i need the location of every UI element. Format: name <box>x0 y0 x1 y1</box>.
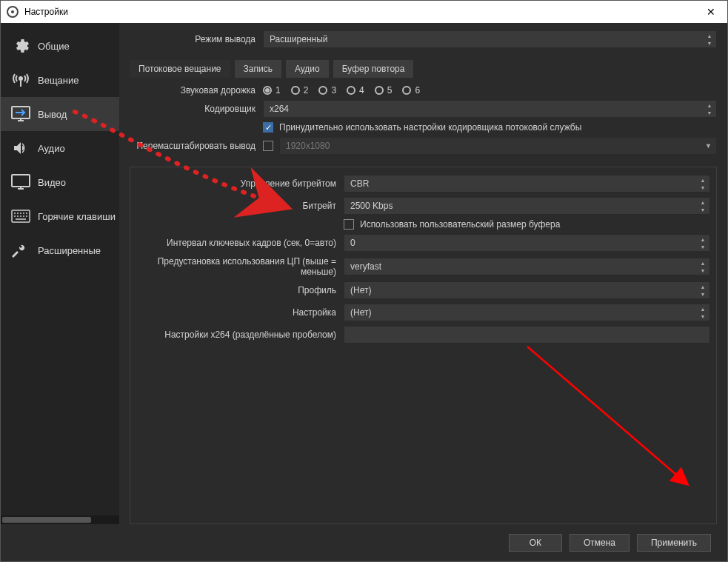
output-tabs: Потоковое вещание Запись Аудио Буфер пов… <box>130 60 717 78</box>
output-mode-label: Режим вывода <box>130 34 263 44</box>
preset-label: Предустановка использования ЦП (выше = м… <box>136 256 344 277</box>
rate-control-row: Управление битрейтом CBR ▲▼ <box>136 175 710 193</box>
audio-track-label: Звуковая дорожка <box>130 85 263 96</box>
rate-control-select[interactable]: CBR ▲▼ <box>344 175 710 193</box>
sidebar-item-label: Горячие клавиши <box>38 211 116 222</box>
x264opts-input[interactable] <box>344 326 710 344</box>
ok-button[interactable]: ОК <box>509 534 562 552</box>
rescale-label: Перемасштабировать вывод <box>130 141 263 151</box>
tune-row: Настройка (Нет) ▲▼ <box>136 304 710 321</box>
apply-button[interactable]: Применить <box>637 534 711 552</box>
cancel-button[interactable]: Отмена <box>570 534 630 552</box>
sidebar-item-label: Вывод <box>38 109 67 120</box>
profile-value: (Нет) <box>350 285 371 295</box>
tune-select[interactable]: (Нет) ▲▼ <box>344 304 710 321</box>
track-4-radio[interactable]: 4 <box>347 85 364 96</box>
enforce-row: Принудительно использовать настройки код… <box>130 122 717 133</box>
settings-window: Настройки ✕ Общие Вещание Вы <box>0 0 728 562</box>
custom-buffer-label: Использовать пользовательский размер буф… <box>360 219 560 230</box>
sidebar-item-output[interactable]: Вывод <box>1 97 119 131</box>
sidebar-item-audio[interactable]: Аудио <box>1 131 119 165</box>
sidebar-item-general[interactable]: Общие <box>1 29 119 63</box>
encoder-select[interactable]: x264 ▲▼ <box>263 100 717 118</box>
svg-point-0 <box>19 77 22 80</box>
updown-icon: ▲▼ <box>698 198 708 213</box>
tools-icon <box>11 241 30 260</box>
updown-icon: ▲▼ <box>698 176 708 191</box>
track-6-radio[interactable]: 6 <box>402 85 420 96</box>
output-mode-select[interactable]: Расширенный ▲▼ <box>263 30 717 48</box>
updown-icon: ▲▼ <box>704 32 715 47</box>
svg-rect-2 <box>12 175 30 187</box>
bitrate-row: Битрейт 2500 Kbps ▲▼ <box>136 197 710 215</box>
profile-row: Профиль (Нет) ▲▼ <box>136 281 710 299</box>
updown-icon: ▲▼ <box>698 283 708 298</box>
sidebar-item-label: Видео <box>38 177 66 188</box>
custom-buffer-row: Использовать пользовательский размер буф… <box>136 219 710 230</box>
tab-streaming[interactable]: Потоковое вещание <box>130 60 230 78</box>
updown-icon: ▲▼ <box>704 101 715 116</box>
keyint-label: Интервал ключевых кадров (сек, 0=авто) <box>136 238 344 248</box>
app-icon <box>7 6 19 18</box>
updown-icon: ▲▼ <box>698 235 708 250</box>
close-icon[interactable]: ✕ <box>701 6 721 18</box>
output-mode-value: Расширенный <box>270 34 328 44</box>
keyint-value: 0 <box>350 238 355 248</box>
updown-icon: ▲▼ <box>698 259 708 274</box>
audio-track-row: Звуковая дорожка 1 2 3 4 5 6 <box>130 85 717 96</box>
body: Общие Вещание Вывод Аудио <box>1 23 727 524</box>
encoder-row: Кодировщик x264 ▲▼ <box>130 100 717 118</box>
titlebar: Настройки ✕ <box>1 1 727 23</box>
rescale-select[interactable]: 1920x1080 ▼ <box>279 137 717 155</box>
monitor-icon <box>11 173 30 192</box>
preset-select[interactable]: veryfast ▲▼ <box>344 258 710 275</box>
speaker-icon <box>11 138 30 158</box>
rate-control-label: Управление битрейтом <box>136 178 344 189</box>
sidebar-item-label: Расширенные <box>38 245 101 256</box>
tab-recording[interactable]: Запись <box>235 60 281 78</box>
footer: ОК Отмена Применить <box>1 524 727 561</box>
chevron-down-icon: ▼ <box>705 142 712 150</box>
bitrate-value: 2500 Kbps <box>350 201 393 211</box>
sidebar-item-label: Вещание <box>38 75 79 86</box>
audio-track-radios: 1 2 3 4 5 6 <box>263 85 420 96</box>
sidebar-item-advanced[interactable]: Расширенные <box>1 233 119 267</box>
sidebar-item-video[interactable]: Видео <box>1 165 119 199</box>
encoder-label: Кодировщик <box>130 104 263 114</box>
encoder-panel: Управление битрейтом CBR ▲▼ Битрейт 2500… <box>130 167 717 524</box>
output-icon <box>11 104 30 124</box>
keyint-input[interactable]: 0 ▲▼ <box>344 234 710 252</box>
preset-row: Предустановка использования ЦП (выше = м… <box>136 256 710 277</box>
updown-icon: ▲▼ <box>698 305 708 320</box>
x264opts-label: Настройки x264 (разделённые пробелом) <box>136 329 344 340</box>
enforce-checkbox[interactable] <box>263 122 273 133</box>
tab-replay-buffer[interactable]: Буфер повтора <box>333 60 414 78</box>
track-1-radio[interactable]: 1 <box>263 85 281 96</box>
window-title: Настройки <box>24 7 68 17</box>
profile-select[interactable]: (Нет) ▲▼ <box>344 281 710 299</box>
track-5-radio[interactable]: 5 <box>375 85 393 96</box>
sidebar: Общие Вещание Вывод Аудио <box>1 23 119 524</box>
track-3-radio[interactable]: 3 <box>318 85 336 96</box>
bitrate-input[interactable]: 2500 Kbps ▲▼ <box>344 197 710 215</box>
tab-audio[interactable]: Аудио <box>286 60 329 78</box>
track-2-radio[interactable]: 2 <box>291 85 309 96</box>
rate-control-value: CBR <box>350 178 369 189</box>
sidebar-item-hotkeys[interactable]: Горячие клавиши <box>1 199 119 233</box>
custom-buffer-checkbox[interactable] <box>344 219 354 230</box>
output-mode-row: Режим вывода Расширенный ▲▼ <box>130 30 717 48</box>
gear-icon <box>11 36 30 56</box>
enforce-label: Принудительно использовать настройки код… <box>279 122 581 133</box>
rescale-row: Перемасштабировать вывод 1920x1080 ▼ <box>130 137 717 155</box>
antenna-icon <box>11 70 30 90</box>
rescale-checkbox[interactable] <box>263 141 273 151</box>
sidebar-item-stream[interactable]: Вещание <box>1 63 119 97</box>
x264opts-row: Настройки x264 (разделённые пробелом) <box>136 326 710 344</box>
sidebar-item-label: Аудио <box>38 143 65 154</box>
preset-value: veryfast <box>350 261 381 272</box>
keyboard-icon <box>11 207 30 226</box>
encoder-value: x264 <box>270 104 289 114</box>
tune-value: (Нет) <box>350 307 371 318</box>
bitrate-label: Битрейт <box>136 201 344 211</box>
sidebar-scrollbar[interactable] <box>1 515 119 524</box>
